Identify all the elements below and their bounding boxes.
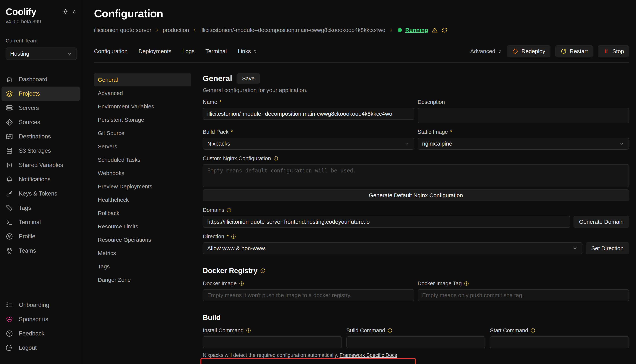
subnav-item-scheduled-tasks[interactable]: Scheduled Tasks	[94, 153, 191, 166]
sidebar-item-projects[interactable]: Projects	[2, 86, 80, 101]
subnav-item-danger-zone[interactable]: Danger Zone	[94, 273, 191, 286]
info-icon[interactable]	[530, 328, 535, 333]
info-icon[interactable]	[239, 281, 244, 286]
advanced-menu[interactable]: Advanced	[470, 48, 502, 54]
docker-image-input[interactable]	[203, 289, 414, 301]
sidebar-item-keys-tokens[interactable]: Keys & Tokens	[2, 186, 80, 201]
server-icon	[6, 104, 13, 112]
name-input[interactable]	[203, 108, 414, 120]
breadcrumb-project[interactable]: illicitonion quote server	[94, 27, 151, 33]
sidebar-item-s3-storages[interactable]: S3 Storages	[2, 144, 80, 158]
sidebar-item-teams[interactable]: Teams	[2, 244, 80, 258]
subnav-item-rollback[interactable]: Rollback	[94, 206, 191, 220]
sidebar-item-profile[interactable]: Profile	[2, 229, 80, 244]
sidebar-item-onboarding[interactable]: Onboarding	[2, 298, 80, 312]
sidebar-item-feedback[interactable]: Feedback	[2, 326, 80, 341]
tab-links[interactable]: Links	[238, 48, 258, 54]
tab-configuration[interactable]: Configuration	[94, 48, 127, 54]
generate-nginx-button[interactable]: Generate Default Nginx Configuration	[203, 189, 629, 201]
page-title: Configuration	[94, 7, 629, 20]
chevrons-up-down-icon	[253, 49, 258, 54]
static-image-select[interactable]: nginx:alpine	[418, 138, 629, 150]
tab-terminal[interactable]: Terminal	[205, 48, 227, 54]
info-icon[interactable]	[273, 156, 278, 161]
start-command-input[interactable]	[490, 336, 629, 348]
breadcrumb-environment[interactable]: production	[163, 27, 189, 33]
sidebar-item-logout[interactable]: Logout	[2, 341, 80, 355]
brand-logo[interactable]: Coolify	[6, 6, 36, 17]
chevron-right-icon	[192, 28, 197, 32]
docker-image-tag-input[interactable]	[418, 289, 629, 301]
subnav-item-preview-deployments[interactable]: Preview Deployments	[94, 180, 191, 193]
stop-button[interactable]: Stop	[598, 45, 629, 57]
subnav-item-resource-limits[interactable]: Resource Limits	[94, 220, 191, 233]
subnav-item-metrics[interactable]: Metrics	[94, 246, 191, 260]
subnav-item-resource-operations[interactable]: Resource Operations	[94, 233, 191, 246]
tab-deployments[interactable]: Deployments	[138, 48, 171, 54]
subnav-item-healthcheck[interactable]: Healthcheck	[94, 193, 191, 206]
warning-icon[interactable]	[432, 27, 438, 33]
refresh-status-icon[interactable]	[441, 27, 448, 33]
info-icon[interactable]	[231, 234, 236, 239]
users-icon	[6, 247, 13, 254]
subnav-item-webhooks[interactable]: Webhooks	[94, 166, 191, 180]
info-icon[interactable]	[464, 281, 469, 286]
subnav-item-general[interactable]: General	[94, 73, 191, 86]
sidebar-item-notifications[interactable]: Notifications	[2, 172, 80, 186]
restart-icon	[560, 48, 567, 54]
breadcrumb-application[interactable]: illicitestonion/-module--decomposition:m…	[200, 27, 385, 33]
tabbar: Configuration Deployments Logs Terminal …	[94, 45, 629, 57]
sidebar-item-tags[interactable]: Tags	[2, 201, 80, 215]
redeploy-icon	[512, 48, 518, 54]
info-icon[interactable]	[246, 328, 251, 333]
subnav-item-environment-variables[interactable]: Environment Variables	[94, 100, 191, 113]
app-root: Coolify v4.0.0-beta.399 Current Team Hos…	[0, 0, 636, 364]
install-command-label: Install Command	[203, 327, 342, 334]
build-command-input[interactable]	[346, 336, 486, 348]
restart-button[interactable]: Restart	[555, 45, 593, 57]
subnav-item-tags[interactable]: Tags	[94, 260, 191, 273]
breadcrumb: illicitonion quote server production ill…	[94, 27, 629, 33]
info-icon[interactable]	[227, 208, 232, 212]
sidebar-item-destinations[interactable]: Destinations	[2, 130, 80, 144]
status-dot	[398, 28, 402, 32]
direction-select[interactable]: Allow www & non-www.	[203, 242, 582, 254]
chevron-down-icon	[67, 51, 72, 56]
chevron-down-icon	[404, 141, 410, 146]
subnav-item-git-source[interactable]: Git Source	[94, 126, 191, 140]
subnav-item-advanced[interactable]: Advanced	[94, 86, 191, 100]
redeploy-button[interactable]: Redeploy	[507, 45, 550, 57]
sidebar-item-terminal[interactable]: Terminal	[2, 215, 80, 229]
layers-icon	[6, 90, 13, 98]
install-command-input[interactable]	[203, 336, 342, 348]
sidebar-item-shared-variables[interactable]: Shared Variables	[2, 158, 80, 172]
nixpacks-note: Nixpacks will detect the required config…	[203, 352, 629, 358]
sidebar-item-servers[interactable]: Servers	[2, 101, 80, 115]
info-icon[interactable]	[260, 268, 266, 274]
sidebar-item-sponsor[interactable]: Sponsor us	[2, 312, 80, 326]
info-icon[interactable]	[387, 328, 392, 333]
domains-input[interactable]	[203, 216, 570, 228]
tab-logs[interactable]: Logs	[182, 48, 195, 54]
sidebar-spacer	[6, 258, 77, 298]
subnav-item-persistent-storage[interactable]: Persistent Storage	[94, 113, 191, 126]
sidebar-item-sources[interactable]: Sources	[2, 115, 80, 130]
theme-toggle-sun-icon[interactable]	[62, 9, 69, 15]
framework-docs-link[interactable]: Framework Specific Docs	[339, 352, 397, 358]
theme-selector-chevrons-icon[interactable]	[72, 9, 77, 14]
bell-icon	[6, 176, 13, 183]
subnav-item-servers[interactable]: Servers	[94, 140, 191, 153]
description-input[interactable]	[418, 108, 629, 123]
team-select[interactable]: Hosting	[6, 48, 77, 60]
set-direction-button[interactable]: Set Direction	[586, 242, 629, 254]
status-running-link[interactable]: Running	[405, 27, 428, 33]
sidebar-nav: Dashboard Projects Servers Sources Desti…	[6, 72, 77, 258]
custom-nginx-textarea[interactable]	[203, 164, 629, 187]
chevron-right-icon	[155, 28, 159, 32]
sidebar-item-dashboard[interactable]: Dashboard	[2, 72, 80, 86]
generate-domain-button[interactable]: Generate Domain	[574, 216, 629, 228]
build-pack-select[interactable]: Nixpacks	[203, 138, 414, 150]
save-button[interactable]: Save	[237, 73, 260, 84]
general-settings-panel: General Save General configuration for y…	[203, 73, 629, 364]
docker-registry-heading: Docker Registry	[203, 267, 629, 275]
